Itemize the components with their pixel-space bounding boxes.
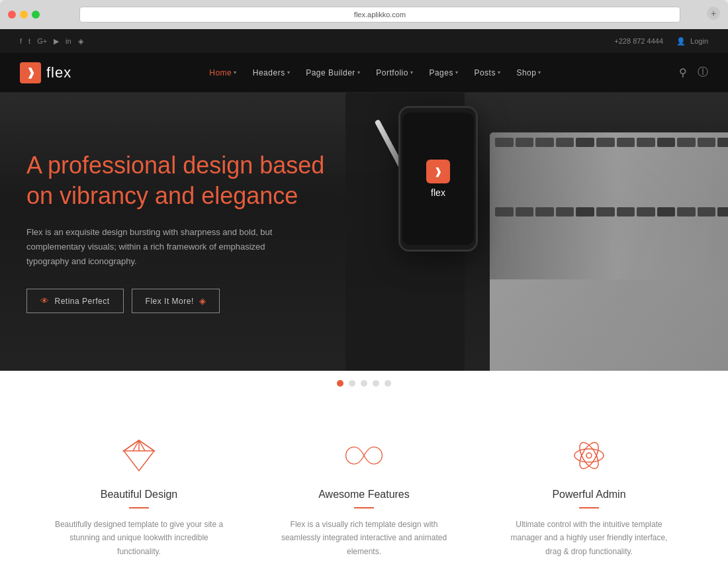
logo-icon: ❱ <box>20 62 41 83</box>
nav-item-pages[interactable]: Pages ▾ <box>422 63 465 83</box>
nav-menu: Home ▾ Headers ▾ Page Builder ▾ Portfoli… <box>203 63 548 83</box>
traffic-lights <box>8 11 40 19</box>
phone-number: +228 872 4444 <box>614 37 663 45</box>
logo-text: flex <box>46 64 71 81</box>
close-button[interactable] <box>8 11 16 19</box>
plus-icon: + <box>711 8 716 19</box>
nav-pages-label: Pages <box>429 68 453 77</box>
website-content: f t G+ ▶ in ◈ +228 872 4444 👤 Login ❱ fl… <box>0 29 728 578</box>
hero-content: A professional design based on vibrancy … <box>26 150 357 314</box>
shop-chevron-icon: ▾ <box>538 70 541 75</box>
beautiful-design-title: Beautiful Design <box>53 489 225 501</box>
phone-prop: ❱ flex <box>398 106 478 252</box>
feature-beautiful-design: Beautiful Design Beautifully designed te… <box>53 436 225 558</box>
hero-section: ❱ flex <box>0 93 728 371</box>
user-icon: 👤 <box>676 37 686 45</box>
logo-letter: ❱ <box>26 66 35 79</box>
posts-chevron-icon: ▾ <box>498 70 501 75</box>
retina-perfect-button[interactable]: 👁 Retina Perfect <box>26 289 124 313</box>
login-button[interactable]: 👤 Login <box>676 37 708 46</box>
nav-item-page-builder[interactable]: Page Builder ▾ <box>299 63 367 83</box>
awesome-features-title: Awesome Features <box>278 489 450 501</box>
home-chevron-icon: ▾ <box>234 70 237 75</box>
address-bar[interactable]: flex.aplikko.com <box>79 7 680 23</box>
slider-dot-1[interactable] <box>337 380 343 387</box>
feature-powerful-admin: Powerful Admin Ultimate control with the… <box>503 436 675 558</box>
linkedin-icon[interactable]: in <box>66 37 71 46</box>
hero-buttons: 👁 Retina Perfect Flex It More! ◈ <box>26 289 357 313</box>
beautiful-design-desc: Beautifully designed template to give yo… <box>53 518 225 558</box>
nav-portfolio-label: Portfolio <box>376 68 408 77</box>
phone-logo-icon: ❱ <box>426 160 450 183</box>
retina-button-label: Retina Perfect <box>55 297 110 306</box>
nav-item-headers[interactable]: Headers ▾ <box>246 63 296 83</box>
infinity-feature-icon <box>344 436 384 475</box>
svg-point-6 <box>574 449 604 462</box>
cart-icon[interactable]: ⓛ <box>698 66 708 79</box>
hero-bg-area: ❱ flex <box>306 93 728 371</box>
twitter-icon[interactable]: t <box>28 37 30 46</box>
nav-page-builder-label: Page Builder <box>306 68 355 77</box>
slider-dots <box>0 371 728 396</box>
page-builder-chevron-icon: ▾ <box>357 70 361 75</box>
minimize-button[interactable] <box>20 11 28 19</box>
google-plus-icon[interactable]: G+ <box>37 37 47 46</box>
new-tab-button[interactable]: + <box>707 7 720 20</box>
maximize-button[interactable] <box>32 11 40 19</box>
browser-titlebar: flex.aplikko.com + <box>0 7 728 29</box>
nav-icons: ⚲ ⓛ <box>679 66 708 79</box>
facebook-icon[interactable]: f <box>20 37 22 46</box>
nav-item-posts[interactable]: Posts ▾ <box>467 63 507 83</box>
phone-logo-text: flex <box>426 187 450 198</box>
search-icon[interactable]: ⚲ <box>679 66 687 79</box>
phone-screen: ❱ flex <box>402 113 474 245</box>
nav-shop-label: Shop <box>516 68 536 77</box>
phone-logo: ❱ flex <box>426 160 450 198</box>
browser-window: flex.aplikko.com + <box>0 0 728 29</box>
svg-point-5 <box>586 453 592 458</box>
logo[interactable]: ❱ flex <box>20 62 71 83</box>
feature-awesome-features: Awesome Features Flex is a visually rich… <box>278 436 450 558</box>
awesome-features-line <box>354 507 374 508</box>
slider-dot-5[interactable] <box>385 380 391 387</box>
powerful-admin-line <box>579 507 599 508</box>
atom-feature-icon <box>569 436 609 475</box>
pages-chevron-icon: ▾ <box>455 70 459 75</box>
diamond-icon: ◈ <box>199 296 206 306</box>
youtube-icon[interactable]: ▶ <box>54 37 59 46</box>
awesome-features-desc: Flex is a visually rich template design … <box>278 518 450 558</box>
beautiful-design-line <box>129 507 149 508</box>
slider-dot-4[interactable] <box>373 380 379 387</box>
laptop-keyboard <box>490 132 728 279</box>
nav-item-home[interactable]: Home ▾ <box>203 63 244 83</box>
hero-title: A professional design based on vibrancy … <box>26 150 357 213</box>
slider-dot-2[interactable] <box>349 380 355 387</box>
nav-headers-label: Headers <box>253 68 285 77</box>
headers-chevron-icon: ▾ <box>287 70 291 75</box>
flex-it-more-button[interactable]: Flex It More! ◈ <box>132 289 220 313</box>
eye-icon: 👁 <box>40 296 50 306</box>
flex-button-label: Flex It More! <box>146 297 194 306</box>
slider-dot-3[interactable] <box>361 380 367 387</box>
nav-item-shop[interactable]: Shop ▾ <box>510 63 548 83</box>
instagram-icon[interactable]: ◈ <box>78 37 83 46</box>
social-links: f t G+ ▶ in ◈ <box>20 37 83 46</box>
diamond-feature-icon <box>119 436 159 475</box>
features-section: Beautiful Design Beautifully designed te… <box>0 396 728 578</box>
top-bar-right: +228 872 4444 👤 Login <box>614 37 708 46</box>
top-bar: f t G+ ▶ in ◈ +228 872 4444 👤 Login <box>0 29 728 53</box>
navbar: ❱ flex Home ▾ Headers ▾ Page Builder ▾ P… <box>0 53 728 93</box>
nav-posts-label: Posts <box>474 68 496 77</box>
nav-item-portfolio[interactable]: Portfolio ▾ <box>369 63 420 83</box>
url-text: flex.aplikko.com <box>354 11 406 19</box>
nav-home-label: Home <box>209 68 232 77</box>
laptop-prop <box>490 132 728 371</box>
powerful-admin-title: Powerful Admin <box>503 489 675 501</box>
hero-description: Flex is an exquisite design bursting wit… <box>26 225 304 269</box>
portfolio-chevron-icon: ▾ <box>410 70 414 75</box>
powerful-admin-desc: Ultimate control with the intuitive temp… <box>503 518 675 558</box>
